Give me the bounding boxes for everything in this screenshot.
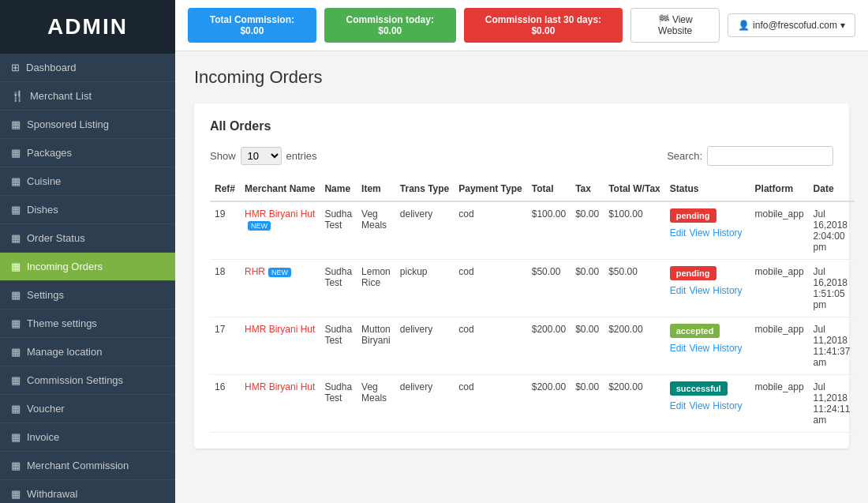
sidebar-icon-merchant-list: 🍴 — [11, 90, 24, 102]
col-name: Name — [320, 177, 357, 201]
sidebar-item-merchant-commission[interactable]: ▦Merchant Commission — [0, 452, 175, 480]
cell-name: Sudha Test — [320, 260, 357, 317]
edit-link[interactable]: Edit — [670, 227, 687, 238]
cell-status: pendingEditViewHistory — [665, 260, 750, 317]
search-label: Search: — [667, 150, 702, 162]
sidebar-item-manage-location[interactable]: ▦Manage location — [0, 338, 175, 366]
sidebar-icon-withdrawal: ▦ — [11, 488, 21, 500]
view-link[interactable]: View — [689, 285, 709, 296]
user-menu-button[interactable]: 👤 info@frescofud.com ▾ — [728, 13, 855, 37]
content-area: Incoming Orders All Orders Show 10255010… — [175, 51, 868, 503]
sidebar-item-merchant-list[interactable]: 🍴Merchant List — [0, 82, 175, 111]
new-badge: NEW — [268, 268, 291, 277]
edit-link[interactable]: Edit — [670, 285, 687, 296]
sidebar-icon-commission-settings: ▦ — [11, 374, 21, 386]
cell-trans-type: pickup — [395, 260, 454, 317]
col-merchant-name: Merchant Name — [240, 177, 320, 201]
entries-select[interactable]: 102550100 — [241, 147, 282, 165]
col-total-w/tax: Total W/Tax — [604, 177, 665, 201]
status-badge: pending — [670, 266, 716, 280]
topbar: Total Commission: $0.00 Commission today… — [175, 0, 868, 51]
sidebar-item-incoming-orders[interactable]: ▦Incoming Orders — [0, 253, 175, 281]
card-title: All Orders — [210, 119, 833, 133]
sidebar-label-incoming-orders: Incoming Orders — [27, 261, 103, 272]
orders-table: Ref#Merchant NameNameItemTrans TypePayme… — [210, 177, 855, 433]
cell-payment-type: cod — [454, 201, 526, 260]
flag-icon: 🏁 — [658, 14, 670, 25]
action-links: EditViewHistory — [670, 400, 746, 411]
main-area: Total Commission: $0.00 Commission today… — [175, 0, 868, 503]
history-link[interactable]: History — [713, 285, 742, 296]
new-badge: NEW — [248, 221, 271, 231]
view-link[interactable]: View — [689, 227, 709, 238]
sidebar-icon-cuisine: ▦ — [11, 175, 21, 187]
cell-name: Sudha Test — [320, 317, 357, 375]
search-input[interactable] — [707, 146, 833, 166]
history-link[interactable]: History — [713, 227, 742, 238]
sidebar-item-order-status[interactable]: ▦Order Status — [0, 224, 175, 253]
cell-trans-type: delivery — [395, 317, 454, 375]
edit-link[interactable]: Edit — [670, 400, 687, 411]
sidebar-item-sponsored-listing[interactable]: ▦Sponsored Listing — [0, 111, 175, 139]
app-title: ADMIN — [47, 14, 128, 39]
sidebar-item-settings[interactable]: ▦Settings — [0, 281, 175, 310]
user-icon: 👤 — [738, 20, 750, 31]
cell-platform: mobile_app — [750, 201, 809, 260]
sidebar-label-dashboard: Dashboard — [26, 62, 77, 73]
cell-merchant: RHRNEW — [240, 260, 320, 317]
sidebar-item-cuisine[interactable]: ▦Cuisine — [0, 167, 175, 196]
merchant-link[interactable]: HMR Biryani Hut — [245, 324, 315, 335]
sidebar-label-order-status: Order Status — [27, 232, 85, 244]
action-links: EditViewHistory — [670, 227, 746, 238]
cell-payment-type: cod — [454, 260, 526, 317]
cell-date: Jul 16,2018 2:04:00 pm — [809, 201, 855, 260]
cell-total-wtax: $200.00 — [604, 317, 665, 375]
status-badge: accepted — [670, 324, 720, 338]
history-link[interactable]: History — [713, 343, 742, 354]
history-link[interactable]: History — [713, 400, 742, 411]
merchant-link[interactable]: HMR Biryani Hut — [245, 381, 315, 392]
action-links: EditViewHistory — [670, 343, 746, 354]
view-link[interactable]: View — [689, 400, 709, 411]
merchant-link[interactable]: RHR — [245, 266, 265, 277]
sidebar-item-voucher[interactable]: ▦Voucher — [0, 395, 175, 423]
commission-today-button[interactable]: Commission today: $0.00 — [324, 8, 456, 43]
view-website-button[interactable]: 🏁 View Website — [630, 8, 720, 43]
sidebar-item-theme-settings[interactable]: ▦Theme settings — [0, 310, 175, 338]
sidebar-item-withdrawal[interactable]: ▦Withdrawal — [0, 480, 175, 503]
cell-status: pendingEditViewHistory — [665, 201, 750, 260]
entries-label: entries — [286, 150, 317, 162]
merchant-link[interactable]: HMR Biryani Hut — [245, 208, 315, 220]
status-badge: pending — [670, 208, 716, 223]
table-row: 17HMR Biryani HutSudha TestMutton Biryan… — [210, 317, 855, 375]
sidebar-item-invoice[interactable]: ▦Invoice — [0, 423, 175, 452]
sidebar-icon-incoming-orders: ▦ — [11, 261, 21, 272]
edit-link[interactable]: Edit — [670, 343, 687, 354]
sidebar-label-cuisine: Cuisine — [27, 175, 61, 187]
cell-payment-type: cod — [454, 375, 526, 433]
col-total: Total — [527, 177, 571, 201]
cell-item: Veg Meals — [357, 201, 395, 260]
total-commission-button[interactable]: Total Commission: $0.00 — [188, 8, 316, 43]
sidebar-item-commission-settings[interactable]: ▦Commission Settings — [0, 366, 175, 395]
sidebar-item-packages[interactable]: ▦Packages — [0, 139, 175, 167]
view-link[interactable]: View — [689, 343, 709, 354]
sidebar-label-commission-settings: Commission Settings — [27, 374, 123, 386]
cell-tax: $0.00 — [571, 260, 604, 317]
sidebar-item-dashboard[interactable]: ⊞Dashboard — [0, 54, 175, 82]
col-trans-type: Trans Type — [395, 177, 454, 201]
sidebar-item-dishes[interactable]: ▦Dishes — [0, 196, 175, 224]
cell-ref: 17 — [210, 317, 240, 375]
col-date: Date — [809, 177, 855, 201]
commission-30-button[interactable]: Commission last 30 days: $0.00 — [464, 8, 623, 43]
cell-tax: $0.00 — [571, 375, 604, 433]
cell-total: $100.00 — [527, 201, 571, 260]
sidebar-label-withdrawal: Withdrawal — [27, 488, 77, 500]
sidebar-icon-manage-location: ▦ — [11, 346, 21, 358]
col-ref#: Ref# — [210, 177, 240, 201]
cell-item: Mutton Biryani — [357, 317, 395, 375]
sidebar-icon-voucher: ▦ — [11, 403, 21, 415]
sidebar-icon-sponsored-listing: ▦ — [11, 118, 21, 130]
cell-tax: $0.00 — [571, 317, 604, 375]
table-header: Ref#Merchant NameNameItemTrans TypePayme… — [210, 177, 855, 201]
